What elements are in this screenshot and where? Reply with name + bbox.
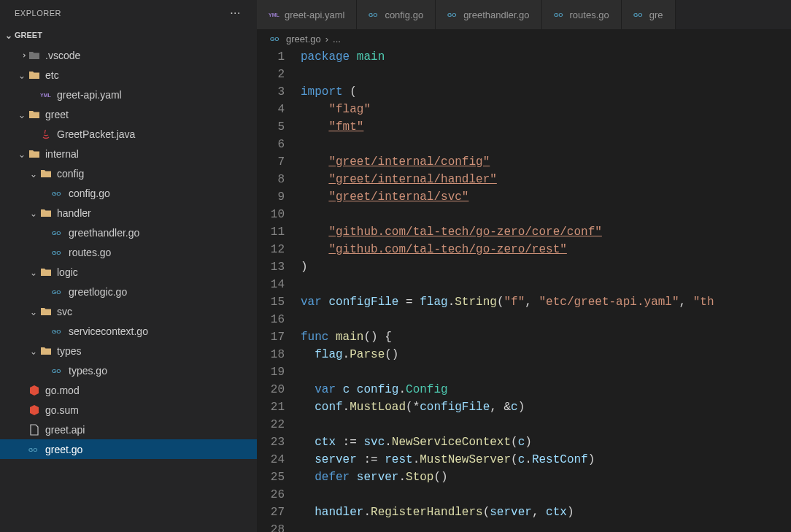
chevron-down-icon[interactable]	[28, 307, 39, 317]
code-content[interactable]: package main import ( "flag" "fmt" "gree…	[301, 48, 791, 532]
chevron-down-icon[interactable]	[28, 346, 39, 356]
editor-tab[interactable]: GOgre	[622, 0, 676, 29]
code-line[interactable]: handler.RegisterHandlers(server, ctx)	[301, 504, 791, 521]
code-line[interactable]: "greet/internal/svc"	[301, 188, 791, 206]
line-number: 22	[257, 416, 285, 433]
code-line[interactable]: "github.com/tal-tech/go-zero/core/conf"	[301, 223, 791, 241]
code-line[interactable]: var configFile = flag.String("f", "etc/g…	[301, 293, 791, 311]
file-tree-file[interactable]: GOservicecontext.go	[0, 321, 257, 341]
code-line[interactable]	[301, 311, 791, 328]
editor-tab[interactable]: GOroutes.go	[542, 0, 622, 29]
editor-tab[interactable]: GOconfig.go	[357, 0, 436, 29]
line-number: 25	[257, 469, 285, 486]
chevron-down-icon[interactable]	[16, 109, 28, 120]
code-line[interactable]: conf.MustLoad(*configFile, &c)	[301, 398, 791, 416]
code-line[interactable]	[301, 276, 791, 293]
editor-tab[interactable]: YMLgreet-api.yaml	[257, 0, 357, 29]
folder-icon	[28, 147, 41, 161]
folder-dark-icon	[28, 49, 41, 62]
file-tree-file[interactable]: GOroutes.go	[0, 242, 257, 262]
code-line[interactable]: "greet/internal/handler"	[301, 171, 791, 188]
code-editor[interactable]: 1234567891011121314151617181920212223242…	[257, 48, 791, 532]
file-tree-file[interactable]: GOgreethandler.go	[0, 223, 257, 242]
go-icon: GO	[554, 9, 566, 20]
line-number: 3	[257, 83, 285, 101]
folder-icon	[39, 266, 53, 279]
line-number: 21	[257, 398, 285, 416]
svg-text:GO: GO	[633, 12, 642, 18]
breadcrumbs[interactable]: GO greet.go › ...	[257, 29, 791, 48]
code-line[interactable]	[301, 416, 791, 433]
tab-label: routes.go	[570, 9, 609, 20]
project-section-header[interactable]: GREET	[0, 26, 257, 44]
go-icon: GO	[633, 9, 645, 20]
code-line[interactable]	[301, 486, 791, 504]
code-line[interactable]: func main() {	[301, 328, 791, 346]
file-tree-folder[interactable]: internal	[0, 144, 257, 163]
go-icon: GO	[51, 285, 64, 298]
file-tree-file[interactable]: go.sum	[0, 400, 257, 420]
file-tree-file[interactable]: GreetPacket.java	[0, 124, 257, 144]
file-tree-folder[interactable]: types	[0, 341, 257, 361]
chevron-down-icon[interactable]	[16, 70, 28, 80]
file-tree-file[interactable]: GOtypes.go	[0, 361, 257, 380]
file-tree-label: greet	[45, 109, 69, 120]
editor-tab[interactable]: GOgreethandler.go	[436, 0, 541, 29]
explorer-sidebar: EXPLORER ··· GREET .vscodeetcYMLgreet-ap…	[0, 0, 257, 532]
file-tree-label: handler	[57, 207, 91, 219]
file-tree-file[interactable]: GOconfig.go	[0, 183, 257, 203]
folder-icon	[39, 167, 53, 180]
chevron-down-icon[interactable]	[28, 208, 39, 218]
code-line[interactable]: package main	[301, 48, 791, 66]
chevron-down-icon[interactable]	[28, 169, 39, 179]
file-tree-label: internal	[45, 148, 79, 160]
code-line[interactable]	[301, 66, 791, 83]
code-line[interactable]: "flag"	[301, 101, 791, 118]
line-number: 14	[257, 276, 285, 293]
explorer-header: EXPLORER ···	[0, 0, 257, 26]
file-tree-file[interactable]: GOgreet.go	[0, 439, 257, 459]
code-line[interactable]: var c config.Config	[301, 381, 791, 398]
pkg-icon	[28, 384, 41, 397]
file-tree-label: greet.go	[45, 444, 82, 455]
chevron-right-icon[interactable]	[16, 50, 28, 61]
line-number: 20	[257, 381, 285, 398]
file-tree-file[interactable]: GOgreetlogic.go	[0, 282, 257, 301]
code-line[interactable]	[301, 206, 791, 223]
code-line[interactable]	[301, 521, 791, 532]
go-icon: GO	[51, 187, 64, 200]
file-tree-file[interactable]: go.mod	[0, 380, 257, 400]
file-tree-folder[interactable]: logic	[0, 262, 257, 282]
line-number: 16	[257, 311, 285, 328]
file-tree-label: go.mod	[45, 385, 80, 396]
line-number: 10	[257, 206, 285, 223]
go-icon: GO	[447, 9, 459, 20]
chevron-down-icon[interactable]	[28, 267, 39, 277]
file-tree-folder[interactable]: etc	[0, 65, 257, 85]
line-number: 5	[257, 118, 285, 136]
code-line[interactable]: "greet/internal/config"	[301, 153, 791, 171]
code-line[interactable]: flag.Parse()	[301, 346, 791, 363]
code-line[interactable]: )	[301, 258, 791, 276]
file-tree-folder[interactable]: greet	[0, 104, 257, 124]
code-line[interactable]	[301, 363, 791, 381]
file-tree-folder[interactable]: svc	[0, 301, 257, 321]
code-line[interactable]: ctx := svc.NewServiceContext(c)	[301, 433, 791, 451]
file-tree-label: config	[57, 168, 84, 180]
code-line[interactable]: defer server.Stop()	[301, 469, 791, 486]
svg-text:GO: GO	[447, 12, 456, 18]
code-line[interactable]: "github.com/tal-tech/go-zero/rest"	[301, 241, 791, 258]
file-tree-folder[interactable]: config	[0, 163, 257, 183]
code-line[interactable]: import (	[301, 83, 791, 101]
code-line[interactable]	[301, 136, 791, 153]
line-number: 24	[257, 451, 285, 469]
more-icon[interactable]: ···	[227, 5, 244, 21]
code-line[interactable]: server := rest.MustNewServer(c.RestConf)	[301, 451, 791, 469]
go-icon: GO	[270, 33, 282, 45]
file-tree-file[interactable]: YMLgreet-api.yaml	[0, 85, 257, 104]
file-tree-folder[interactable]: .vscode	[0, 45, 257, 65]
code-line[interactable]: "fmt"	[301, 118, 791, 136]
chevron-down-icon[interactable]	[16, 149, 28, 159]
file-tree-file[interactable]: greet.api	[0, 420, 257, 439]
file-tree-folder[interactable]: handler	[0, 203, 257, 223]
